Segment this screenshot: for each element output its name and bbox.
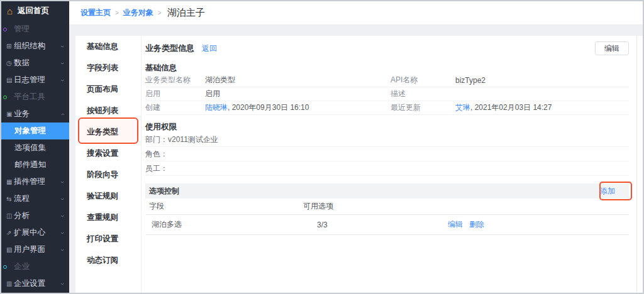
sidebar-item-log-management[interactable]: 日志管理 › xyxy=(1,72,69,89)
creator-user-link[interactable]: 陆晓琳 xyxy=(205,103,228,112)
row-delete-link[interactable]: 删除 xyxy=(469,219,484,230)
submenu-item-stage-wizard[interactable]: 阶段向导 xyxy=(75,164,141,185)
column-header-field: 字段 xyxy=(145,201,303,212)
sidebar-item-plugin-management[interactable]: 插件管理 › xyxy=(1,173,69,190)
enterprise-settings-icon xyxy=(6,281,12,287)
chevron-up-icon: › xyxy=(59,113,66,115)
breadcrumb: 设置主页 > 业务对象 > 湖泊主子 xyxy=(69,1,643,25)
business-briefcase-icon xyxy=(6,111,12,117)
submenu-item-basic-info[interactable]: 基础信息 xyxy=(75,36,141,57)
submenu-item-page-layout[interactable]: 页面布局 xyxy=(75,79,141,100)
field-label: 业务类型名称 xyxy=(145,75,205,85)
chevron-down-icon: › xyxy=(59,62,66,64)
submenu-item-search-settings[interactable]: 搜索设置 xyxy=(75,143,141,164)
permission-row: 员工： xyxy=(145,161,629,176)
sidebar-item-label: 数据 xyxy=(14,58,30,68)
option-control-section: 选项控制 添加 字段 可用选项 湖泊多选 3/3 编辑 删 xyxy=(145,183,629,235)
sidebar-item-org-structure[interactable]: 组织结构 › xyxy=(1,38,69,55)
permission-row: 部门：v2011测试企业 xyxy=(145,133,629,147)
green-dot-icon xyxy=(3,95,7,99)
submenu-item-validation-rules[interactable]: 验证规则 xyxy=(75,185,141,207)
sidebar-item-label: 分析 xyxy=(14,210,30,221)
cyan-dot-icon xyxy=(3,265,7,269)
table-row: 湖泊多选 3/3 编辑 删除 xyxy=(145,215,629,235)
field-label: 创建 xyxy=(145,102,205,113)
sidebar-item-analytics[interactable]: 分析 › xyxy=(1,207,69,224)
back-link[interactable]: 返回 xyxy=(202,43,217,54)
row-edit-link[interactable]: 编辑 xyxy=(448,219,463,230)
sidebar-item-object-management[interactable]: 对象管理 xyxy=(1,122,69,139)
sidebar-item-extension-center[interactable]: 扩展中心 › xyxy=(1,224,69,241)
sidebar-item-email-notification[interactable]: 邮件通知 xyxy=(1,156,69,173)
sidebar-item-label: 组织结构 xyxy=(14,41,45,52)
submenu-item-dynamic-subscription[interactable]: 动态订阅 xyxy=(75,249,141,271)
submenu-item-button-list[interactable]: 按钮列表 xyxy=(75,100,141,121)
field-label: 描述 xyxy=(391,89,455,99)
add-link[interactable]: 添加 xyxy=(600,186,615,197)
sidebar-item-enterprise-settings[interactable]: 企业设置 › xyxy=(1,275,69,292)
sidebar-item-label: 企业设置 xyxy=(14,278,45,289)
field-value: v2011测试企业 xyxy=(168,134,218,145)
updater-user-link[interactable]: 艾琳 xyxy=(455,103,470,112)
user-interface-icon xyxy=(6,247,12,253)
field-value: 陆晓琳, 2020年09月30日 16:10 xyxy=(205,102,391,113)
chevron-down-icon: › xyxy=(59,283,66,285)
chevron-down-icon: › xyxy=(59,215,66,217)
info-row: 业务类型名称 湖泊类型 API名称 bizType2 xyxy=(145,74,629,87)
breadcrumb-separator: > xyxy=(115,9,119,16)
sidebar-home[interactable]: 返回首页 xyxy=(1,1,69,20)
sidebar-item-option-value-set[interactable]: 选项值集 xyxy=(1,139,69,156)
sidebar-item-label: 对象管理 xyxy=(14,126,46,136)
sidebar-item-label: 业务 xyxy=(14,109,30,119)
breadcrumb-separator: > xyxy=(158,9,162,16)
field-value: 启用 xyxy=(205,89,391,99)
field-value: bizType2 xyxy=(455,76,629,85)
column-header-available-options: 可用选项 xyxy=(303,201,448,212)
chevron-down-icon: › xyxy=(59,249,66,251)
app-window: 返回首页 管理 组织结构 › 数据 › 日志管理 › xyxy=(0,0,644,294)
table-header: 字段 可用选项 xyxy=(145,199,629,215)
purple-dot-icon xyxy=(3,28,7,31)
sidebar-item-workflow[interactable]: 流程 › xyxy=(1,190,69,207)
submenu-item-dedup-rules[interactable]: 查重规则 xyxy=(75,207,141,228)
sidebar-item-label: 平台工具 xyxy=(14,92,45,102)
chevron-down-icon: › xyxy=(59,79,66,81)
settings-submenu: 基础信息 字段列表 页面布局 按钮列表 业务类型 搜索设置 阶段向导 验证规则 … xyxy=(75,36,142,293)
data-clock-icon xyxy=(6,60,12,67)
sidebar-item-business[interactable]: 业务 › xyxy=(1,106,69,122)
breadcrumb-link-business-object[interactable]: 业务对象 xyxy=(123,8,153,18)
sidebar-item-data[interactable]: 数据 › xyxy=(1,55,69,72)
section-title: 业务类型信息 xyxy=(145,43,194,54)
submenu-item-field-list[interactable]: 字段列表 xyxy=(75,57,141,79)
permission-row: 角色： xyxy=(145,147,629,161)
sidebar-item-label: 选项值集 xyxy=(14,143,46,153)
extension-center-icon xyxy=(6,230,11,236)
chevron-down-icon: › xyxy=(59,45,66,47)
sidebar-item-user-interface[interactable]: 用户界面 › xyxy=(1,241,69,258)
sidebar-item-enterprise[interactable]: 企业 xyxy=(1,258,69,275)
sidebar-item-label: 插件管理 xyxy=(14,177,45,187)
info-row: 创建 陆晓琳, 2020年09月30日 16:10 最近更新 艾琳, 2021年… xyxy=(145,101,629,115)
page-title: 湖泊主子 xyxy=(167,7,205,19)
sidebar-item-platform-tools[interactable]: 平台工具 xyxy=(1,89,69,106)
sidebar-item-label: 流程 xyxy=(14,193,30,204)
option-control-title: 选项控制 xyxy=(149,186,179,197)
option-control-header: 选项控制 添加 xyxy=(145,183,629,199)
sidebar-item-management[interactable]: 管理 xyxy=(1,21,69,38)
sidebar-item-label: 用户界面 xyxy=(14,244,45,255)
breadcrumb-link-settings-home[interactable]: 设置主页 xyxy=(80,8,111,18)
vertical-scrollbar[interactable] xyxy=(636,36,643,293)
submenu-item-print-settings[interactable]: 打印设置 xyxy=(75,228,141,249)
chevron-down-icon: › xyxy=(59,232,66,234)
edit-button[interactable]: 编辑 xyxy=(595,41,629,55)
chevron-down-icon: › xyxy=(59,181,66,183)
sidebar-item-label: 企业 xyxy=(14,261,30,272)
submenu-item-business-type[interactable]: 业务类型 xyxy=(75,121,141,143)
field-value: 艾琳, 2021年02月03日 14:27 xyxy=(455,102,629,113)
permissions-title: 使用权限 xyxy=(145,121,629,133)
field-label: 部门： xyxy=(145,134,168,145)
home-label: 返回首页 xyxy=(18,6,49,16)
basic-info-title: 基础信息 xyxy=(145,62,629,74)
page-area: 设置主页 > 业务对象 > 湖泊主子 基础信息 字段列表 页面布局 按钮列表 业… xyxy=(69,1,643,293)
org-structure-icon xyxy=(6,43,11,50)
